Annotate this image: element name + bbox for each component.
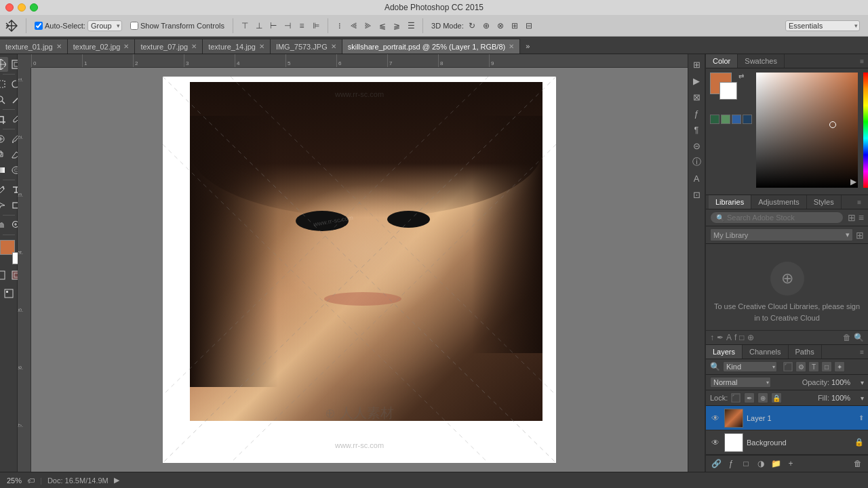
standard-mode-icon[interactable] bbox=[0, 268, 8, 283]
minimize-button[interactable] bbox=[18, 3, 26, 12]
add-group-icon[interactable]: 📁 bbox=[770, 458, 782, 470]
fx-icon[interactable]: ƒ bbox=[689, 106, 704, 121]
doc-info-expand-icon[interactable]: ▶ bbox=[114, 476, 119, 485]
auto-select-checkbox[interactable] bbox=[35, 22, 43, 30]
move-tool-icon[interactable] bbox=[3, 18, 20, 33]
tab-close-skillshare[interactable]: ✕ bbox=[509, 43, 514, 50]
layer-item-layer1[interactable]: 👁 Layer 1 ⬆ bbox=[706, 406, 868, 430]
measure-icon[interactable]: ⊠ bbox=[689, 89, 704, 104]
swap-fg-bg-icon[interactable]: ⇄ bbox=[738, 73, 744, 80]
add-mask-icon[interactable]: □ bbox=[740, 458, 752, 470]
tab-libraries[interactable]: Libraries bbox=[709, 195, 751, 209]
crop-tool[interactable] bbox=[0, 112, 8, 127]
tab-close-img7573[interactable]: ✕ bbox=[331, 43, 336, 50]
add-lib-icon[interactable]: ⊕ bbox=[747, 333, 754, 342]
add-layer-icon[interactable]: + bbox=[785, 458, 797, 470]
filter-pixel-icon[interactable]: ⬛ bbox=[783, 361, 793, 372]
3d-roll-icon[interactable]: ⊗ bbox=[494, 20, 507, 32]
clone-tool[interactable] bbox=[0, 147, 8, 162]
play-action-icon[interactable]: ▶ bbox=[689, 73, 704, 88]
tab-color[interactable]: Color bbox=[706, 54, 738, 68]
essentials-dropdown[interactable]: Essentials bbox=[785, 20, 860, 31]
tab-adjustments[interactable]: Adjustments bbox=[751, 195, 807, 209]
tab-paths[interactable]: Paths bbox=[789, 345, 822, 359]
align-right-icon[interactable]: ⊫ bbox=[310, 20, 322, 32]
dist-4-icon[interactable]: ⫹ bbox=[376, 20, 389, 32]
delete-layer-icon[interactable]: 🗑 bbox=[852, 458, 864, 470]
canvas-document[interactable]: www.rr-sc.com www.rr-sc.com www.rr-sc.co… bbox=[163, 77, 556, 463]
3d-rotate-icon[interactable]: ↻ bbox=[466, 20, 478, 32]
tab-more[interactable]: » bbox=[520, 39, 535, 54]
swatch-green[interactable] bbox=[710, 115, 719, 124]
lock-all-icon[interactable]: 🔒 bbox=[771, 392, 782, 403]
3d-slide-icon[interactable]: ⊞ bbox=[509, 20, 521, 32]
align-bottom-icon[interactable]: ⊢ bbox=[267, 20, 279, 32]
libraries-search-input[interactable] bbox=[727, 214, 795, 222]
swatch-lightgreen[interactable] bbox=[721, 115, 730, 124]
paragraph-icon[interactable]: ¶ bbox=[689, 122, 704, 137]
add-adjustment-icon[interactable]: ◑ bbox=[755, 458, 767, 470]
transform-controls-checkbox[interactable] bbox=[130, 22, 138, 30]
3d-scale-icon[interactable]: ⊟ bbox=[523, 20, 535, 32]
upload-icon[interactable]: ↑ bbox=[710, 333, 714, 342]
opacity-expand-icon[interactable]: ▾ bbox=[861, 379, 864, 386]
align-top-icon[interactable]: ⊤ bbox=[239, 20, 251, 32]
quick-select-tool[interactable] bbox=[0, 92, 8, 107]
libraries-grid-icon[interactable]: ⊞ bbox=[856, 230, 864, 241]
channel-mixer-icon[interactable]: ⊞ bbox=[689, 57, 704, 72]
rect-marquee-tool[interactable] bbox=[0, 77, 8, 92]
tab-texture07[interactable]: texture_07.jpg ✕ bbox=[135, 39, 203, 54]
blend-mode-dropdown[interactable]: Normal bbox=[710, 377, 771, 388]
char-lib-icon[interactable]: A bbox=[726, 333, 732, 342]
move-tool[interactable] bbox=[0, 57, 8, 72]
fill-expand-icon[interactable]: ▾ bbox=[861, 394, 864, 402]
tab-close-texture07[interactable]: ✕ bbox=[191, 43, 197, 50]
history-icon[interactable]: ⊝ bbox=[689, 138, 704, 153]
gradient-tool[interactable] bbox=[0, 163, 8, 178]
hue-strip[interactable] bbox=[863, 73, 868, 188]
filter-select-wrap[interactable]: Kind ▾ bbox=[723, 361, 777, 372]
filter-adjust-icon[interactable]: ⚙ bbox=[795, 361, 806, 372]
tab-swatches[interactable]: Swatches bbox=[738, 54, 785, 68]
libraries-dropdown[interactable]: My Library ▾ bbox=[710, 228, 853, 241]
layer-item-background[interactable]: 👁 Background 🔒 bbox=[706, 430, 868, 455]
pen-tool[interactable] bbox=[0, 182, 8, 197]
align-center-icon[interactable]: ≡ bbox=[296, 20, 308, 32]
tab-skillshare-portrait[interactable]: skillshare_portrait.psd @ 25% (Layer 1, … bbox=[342, 39, 520, 54]
shape-lib-icon[interactable]: □ bbox=[739, 333, 744, 342]
align-middle-icon[interactable]: ⊥ bbox=[253, 20, 265, 32]
layer1-visibility-icon[interactable]: 👁 bbox=[710, 413, 721, 423]
tab-channels[interactable]: Channels bbox=[743, 345, 788, 359]
link-layers-icon[interactable]: 🔗 bbox=[710, 458, 722, 470]
3d-panel-icon[interactable]: ⊡ bbox=[689, 187, 704, 202]
tab-close-texture01[interactable]: ✕ bbox=[56, 43, 62, 50]
filter-dropdown[interactable]: Kind bbox=[723, 361, 777, 372]
filter-type-icon[interactable]: T bbox=[808, 361, 819, 372]
filter-smart-icon[interactable]: ✦ bbox=[834, 361, 845, 372]
3d-pan-icon[interactable]: ⊕ bbox=[480, 20, 492, 32]
screen-mode-icon[interactable] bbox=[1, 286, 16, 301]
tab-layers[interactable]: Layers bbox=[706, 345, 743, 359]
tab-texture01[interactable]: texture_01.jpg ✕ bbox=[0, 39, 68, 54]
layers-panel-menu-icon[interactable]: ≡ bbox=[860, 348, 864, 356]
swatch-blue[interactable] bbox=[732, 115, 741, 124]
grid-view-icon[interactable]: ⊞ bbox=[848, 212, 856, 223]
color-gradient-picker[interactable]: ▶ bbox=[756, 73, 858, 188]
tab-styles[interactable]: Styles bbox=[807, 195, 842, 209]
search-lib-icon[interactable]: 🔍 bbox=[854, 333, 864, 342]
dist-3-icon[interactable]: ⫸ bbox=[362, 20, 374, 32]
lock-position-icon[interactable]: ✒ bbox=[744, 392, 755, 403]
status-icon[interactable]: 🏷 bbox=[27, 476, 35, 485]
close-button[interactable] bbox=[5, 3, 14, 12]
dist-5-icon[interactable]: ⫺ bbox=[391, 20, 403, 32]
background-color-box[interactable] bbox=[719, 82, 737, 100]
lock-move-icon[interactable]: ⊕ bbox=[757, 392, 768, 403]
spot-heal-tool[interactable] bbox=[0, 131, 8, 146]
essentials-select-wrap[interactable]: Essentials bbox=[785, 20, 860, 31]
dist-1-icon[interactable]: ⫶ bbox=[334, 20, 346, 32]
fx-lib-icon[interactable]: f bbox=[734, 333, 736, 342]
expand-arrow-icon[interactable]: ▶ bbox=[850, 177, 856, 186]
brush-lib-icon[interactable]: ✒ bbox=[717, 333, 724, 342]
auto-select-dropdown[interactable]: Group Layer bbox=[87, 20, 122, 31]
tab-close-texture14[interactable]: ✕ bbox=[259, 43, 264, 50]
